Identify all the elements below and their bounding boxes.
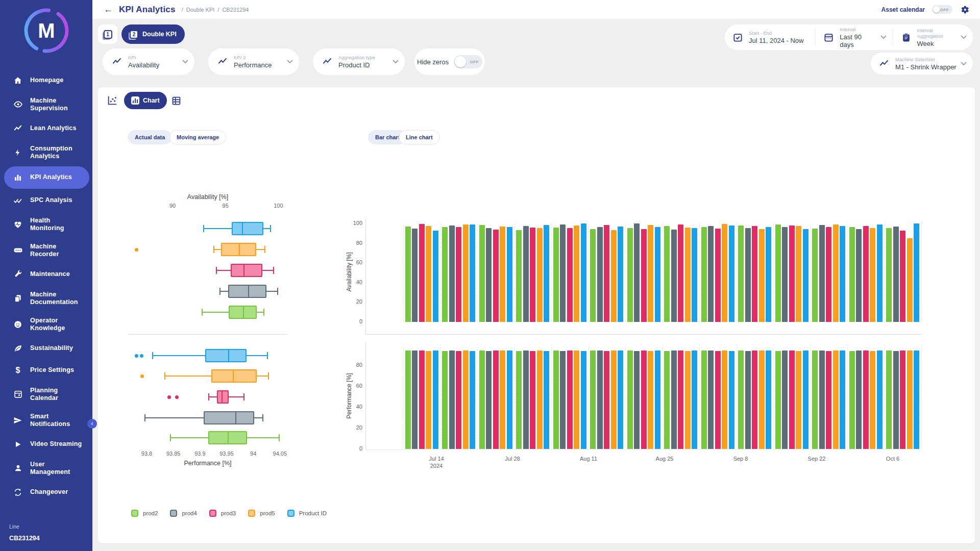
sidebar-footer: Line CB231294 xyxy=(9,523,40,542)
breadcrumb-separator: / xyxy=(217,7,219,13)
sidebar-item-label: Changeover xyxy=(30,488,68,496)
line-label: Line xyxy=(9,523,40,530)
sidebar-item-lean-analytics[interactable]: Lean Analytics xyxy=(4,118,89,139)
y-axis-tick: 20 xyxy=(347,424,362,431)
bar-prod5 xyxy=(870,351,875,449)
x-axis-tick: Sep 8 xyxy=(718,456,764,462)
y-axis-tick: 40 xyxy=(347,279,362,285)
sidebar-item-changeover[interactable]: Changeover xyxy=(4,482,89,503)
sidebar-item-kpi-analytics[interactable]: KPI Analytics xyxy=(4,166,89,189)
sidebar-item-machine-supervision[interactable]: Machine Supervision xyxy=(4,92,89,117)
box-product-id xyxy=(152,352,153,359)
bar-prod5 xyxy=(537,350,543,449)
barchart-availability-ylabel: Availability [%] xyxy=(346,221,353,323)
start-end-label: Start - End xyxy=(749,30,809,36)
bar-prod3 xyxy=(863,350,869,449)
bar-prod2 xyxy=(405,350,411,449)
interval-aggregation-label: Interval Aggregation xyxy=(917,28,957,39)
sidebar-item-maintenance[interactable]: Maintenance xyxy=(4,264,89,285)
sidebar-item-spc-analysis[interactable]: SPC Analysis xyxy=(4,190,89,211)
sidebar-collapse-button[interactable]: ‹ xyxy=(87,419,97,429)
bar-prod3 xyxy=(493,230,499,322)
legend-item-prod2[interactable]: prod2 xyxy=(131,510,158,517)
sidebar-item-machine-documentation[interactable]: Machine Documentation xyxy=(4,286,89,311)
legend-item-prod3[interactable]: prod3 xyxy=(209,510,236,517)
sidebar-item-machine-recorder[interactable]: Machine Recorder xyxy=(4,238,89,263)
wrench-icon xyxy=(12,269,23,280)
table-view-button[interactable] xyxy=(169,93,183,108)
bar-prod5 xyxy=(796,351,801,449)
bar-prod5 xyxy=(907,350,913,449)
gridline xyxy=(663,344,663,449)
gridline xyxy=(921,344,922,449)
bar-prod5 xyxy=(463,350,469,449)
kpi-dropdown[interactable]: KPI Availability xyxy=(103,48,194,75)
settings-gear-icon[interactable] xyxy=(960,5,970,15)
interval-value: Last 90 days xyxy=(840,33,876,48)
chevron-down-icon xyxy=(393,60,399,64)
bar-prod2 xyxy=(812,350,818,449)
axis-tick: 93.95 xyxy=(216,450,237,457)
sidebar-item-homepage[interactable]: Homepage xyxy=(4,70,89,91)
bar-product-id xyxy=(729,226,734,322)
sidebar-item-video-streaming[interactable]: Video Streaming xyxy=(4,434,89,455)
box-prod5 xyxy=(164,372,165,380)
legend-item-product-id[interactable]: Product ID xyxy=(287,510,327,517)
back-button[interactable]: ← xyxy=(104,4,113,15)
box-prod2 xyxy=(170,434,171,441)
sidebar-item-planning-calendar[interactable]: Planning Calendar xyxy=(4,382,89,407)
y-axis-tick: 60 xyxy=(347,259,362,265)
legend-item-prod5[interactable]: prod5 xyxy=(248,510,275,517)
sidebar-item-smart-notifications[interactable]: Smart Notifications xyxy=(4,408,89,433)
user-icon xyxy=(12,463,23,474)
legend-label: prod3 xyxy=(221,510,236,516)
box-prod3 xyxy=(243,265,244,276)
start-end-field[interactable]: Start - End Jul 11, 2024 - Now xyxy=(725,29,815,46)
sidebar-item-health-monitoring[interactable]: Health Monitoring xyxy=(4,212,89,237)
sidebar-item-user-management[interactable]: User Management xyxy=(4,456,89,481)
box-prod4 xyxy=(219,288,220,295)
bar-prod2 xyxy=(442,351,448,449)
scatter-view-button[interactable] xyxy=(105,93,119,108)
single-kpi-button[interactable]: 1 xyxy=(98,24,117,44)
kpi2-dropdown[interactable]: KPI 2 Performance xyxy=(208,48,299,75)
trend-icon xyxy=(322,57,332,67)
legend-swatch xyxy=(170,510,177,517)
hide-zeros-toggle[interactable]: OFF xyxy=(454,55,482,68)
gridline xyxy=(811,223,811,322)
double-kpi-button[interactable]: 2 Double KPI xyxy=(121,24,185,44)
gridline xyxy=(625,223,626,322)
start-end-value: Jul 11, 2024 - Now xyxy=(749,37,809,44)
eye-icon xyxy=(12,99,23,110)
interval-aggregation-dropdown[interactable]: Interval Aggregation Week xyxy=(893,29,973,46)
aggregation-dropdown[interactable]: Aggregation type Product ID xyxy=(313,48,405,75)
chart-view-label: Chart xyxy=(143,97,160,104)
barchart-icon xyxy=(12,172,23,183)
sidebar-item-operator-knowledge[interactable]: Operator Knowledge xyxy=(4,312,89,337)
interval-dropdown[interactable]: Interval Last 90 days xyxy=(815,29,892,46)
asset-calendar-toggle[interactable]: OFF xyxy=(932,5,952,14)
machine-selection-dropdown[interactable]: Machine Selection M1 - Shrink Wrapper xyxy=(871,53,973,74)
line-chart-button[interactable]: Line chart xyxy=(399,130,440,144)
sidebar-item-label: KPI Analytics xyxy=(30,173,72,181)
bar-product-id xyxy=(581,223,586,322)
actual-data-button[interactable]: Actual data xyxy=(128,130,172,144)
bar-prod3 xyxy=(789,350,795,449)
sidebar-item-consumption-analytics[interactable]: Consumption Analytics xyxy=(4,140,89,165)
gridline xyxy=(440,344,441,449)
bar-prod3 xyxy=(530,228,535,322)
bar-prod2 xyxy=(627,228,633,322)
box-product-id xyxy=(232,222,263,235)
gridline xyxy=(477,344,478,449)
box-prod3 xyxy=(222,391,223,403)
bar-prod3 xyxy=(641,350,647,449)
sidebar-item-price-settings[interactable]: $Price Settings xyxy=(4,360,89,381)
breadcrumb-item[interactable]: Double KPI xyxy=(186,7,215,13)
sidebar-item-sustainability[interactable]: Sustainability xyxy=(4,338,89,359)
checkdouble-icon xyxy=(12,195,23,206)
legend-item-prod4[interactable]: prod4 xyxy=(170,510,197,517)
box-prod5 xyxy=(211,369,257,383)
gridline xyxy=(551,223,552,322)
chart-view-button[interactable]: Chart xyxy=(124,92,167,109)
moving-average-button[interactable]: Moving average xyxy=(169,130,226,144)
